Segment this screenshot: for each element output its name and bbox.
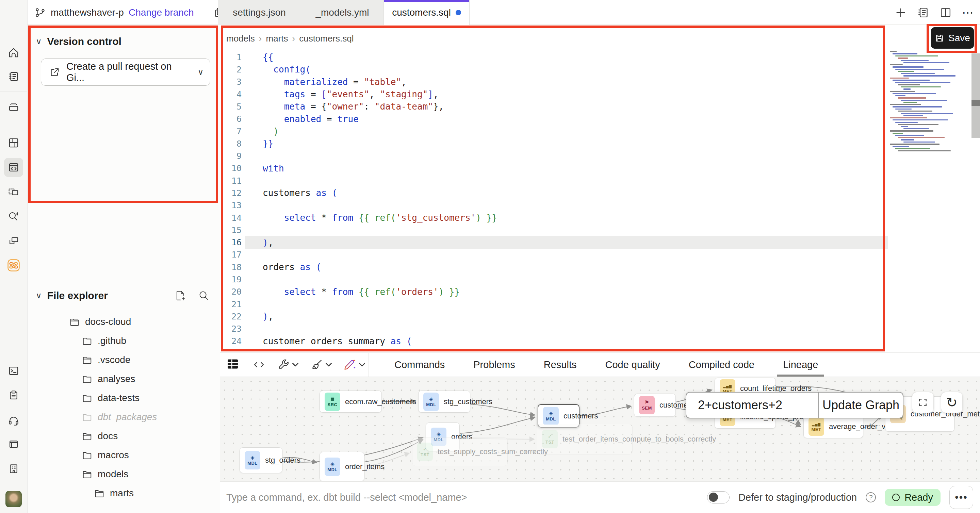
- lineage-node[interactable]: TST test_supply_costs_sum_correctly: [412, 437, 508, 466]
- search-icon[interactable]: [198, 290, 210, 302]
- code-line[interactable]: 13: [220, 199, 888, 211]
- code-line[interactable]: 24customer_orders_summary as (: [220, 335, 888, 347]
- code-line[interactable]: 3 materialized = "table",: [220, 76, 888, 88]
- table-icon[interactable]: [226, 357, 239, 372]
- branch-name[interactable]: matthewshaver-patc: [51, 7, 124, 18]
- save-button[interactable]: Save: [931, 27, 974, 49]
- dashboard-icon[interactable]: [4, 133, 23, 152]
- dbt-atom-icon[interactable]: [4, 256, 23, 275]
- editor-scrollbar-thumb[interactable]: [972, 100, 980, 106]
- file-tree-item[interactable]: docs-cloud: [27, 312, 220, 331]
- home-icon[interactable]: [4, 43, 23, 62]
- code-line[interactable]: 18orders as (: [220, 261, 888, 273]
- create-pr-button[interactable]: Create a pull request on Gi... ∨: [41, 59, 210, 86]
- code-line[interactable]: 1{{: [220, 51, 888, 63]
- code-editor-icon[interactable]: [4, 158, 23, 177]
- code-line[interactable]: 8}}: [220, 137, 888, 150]
- file-tree-item[interactable]: dbt_packages: [27, 408, 220, 427]
- refresh-button[interactable]: ↻: [941, 392, 963, 413]
- panel-tab[interactable]: Lineage: [769, 353, 832, 376]
- editor-scrollbar[interactable]: [972, 53, 980, 138]
- code-line[interactable]: 2 config(: [220, 63, 888, 76]
- code-icon[interactable]: [253, 359, 265, 371]
- lineage-selector-input[interactable]: 2+customers+2: [686, 398, 818, 412]
- lineage-node[interactable]: MDL stg_customers: [418, 391, 470, 413]
- headset-icon[interactable]: [4, 411, 23, 430]
- new-file-icon[interactable]: [174, 290, 186, 302]
- code-line[interactable]: 5 meta = {"owner": "data-team"},: [220, 100, 888, 113]
- file-tree-item[interactable]: marts: [27, 484, 220, 503]
- file-tree-item[interactable]: .vscode: [27, 350, 220, 369]
- query-search-icon[interactable]: [4, 207, 23, 226]
- canvas-icon[interactable]: [4, 182, 23, 202]
- magic-pen-icon[interactable]: [344, 358, 356, 372]
- plus-icon[interactable]: [894, 6, 907, 19]
- defer-toggle[interactable]: [707, 491, 730, 503]
- building-icon[interactable]: [4, 459, 23, 478]
- code-line[interactable]: 15: [220, 224, 888, 236]
- lineage-node[interactable]: TST test_order_items_compute_to_bools_co…: [537, 424, 633, 454]
- lineage-node[interactable]: MET average_order_value: [803, 415, 863, 438]
- windows-icon[interactable]: [4, 231, 23, 250]
- version-control-header[interactable]: ∨ Version control: [36, 36, 121, 47]
- file-explorer-header[interactable]: ∨ File explorer: [36, 290, 108, 302]
- lineage-node[interactable]: MDL stg_orders: [240, 447, 282, 473]
- file-tree-item[interactable]: .github: [27, 331, 220, 350]
- panel-tab[interactable]: Results: [530, 353, 591, 376]
- panel-tab[interactable]: Compiled code: [675, 353, 769, 376]
- file-tree-item[interactable]: models: [27, 465, 220, 484]
- more-options-button[interactable]: •••: [950, 486, 973, 509]
- pr-dropdown-caret[interactable]: ∨: [191, 59, 210, 86]
- code-line[interactable]: 19: [220, 273, 888, 286]
- stack-icon[interactable]: [4, 98, 23, 117]
- code-line[interactable]: 17: [220, 249, 888, 261]
- file-tree-item[interactable]: macros: [27, 446, 220, 465]
- chevron-down-icon[interactable]: [292, 363, 298, 367]
- lineage-node[interactable]: SEM customers: [634, 394, 676, 417]
- code-line[interactable]: 20 select * from {{ ref('orders') }}: [220, 286, 888, 298]
- code-line[interactable]: 11: [220, 175, 888, 187]
- code-line[interactable]: 21: [220, 298, 888, 310]
- update-graph-button[interactable]: Update Graph: [818, 392, 903, 418]
- lineage-node[interactable]: MDL order_items: [320, 452, 364, 481]
- breadcrumb-item[interactable]: customers.sql: [299, 33, 353, 44]
- file-tree-item[interactable]: data-tests: [27, 389, 220, 408]
- breadcrumb-item[interactable]: marts: [266, 33, 288, 44]
- split-view-icon[interactable]: [940, 6, 952, 19]
- notebook-icon[interactable]: [4, 67, 23, 86]
- breadcrumb-item[interactable]: models: [226, 33, 255, 44]
- change-branch-link[interactable]: Change branch: [129, 7, 194, 18]
- code-line[interactable]: 6 enabled = true: [220, 113, 888, 125]
- clipboard-icon[interactable]: [4, 386, 23, 405]
- file-tree-item[interactable]: docs: [27, 427, 220, 446]
- notebook-icon[interactable]: [917, 6, 929, 19]
- terminal-icon[interactable]: [4, 361, 23, 380]
- code-line[interactable]: 16),: [220, 236, 888, 248]
- book-icon[interactable]: [4, 435, 23, 454]
- code-line[interactable]: 23: [220, 323, 888, 335]
- chevron-down-icon[interactable]: [326, 363, 332, 367]
- help-icon[interactable]: ?: [865, 492, 876, 502]
- code-line[interactable]: 22),: [220, 310, 888, 322]
- editor-tab[interactable]: customers.sql: [384, 0, 469, 25]
- overflow-menu-icon[interactable]: ⋯: [962, 6, 975, 19]
- fit-view-button[interactable]: [912, 392, 934, 413]
- code-line[interactable]: 7 ): [220, 125, 888, 137]
- user-avatar[interactable]: [5, 491, 22, 507]
- lineage-canvas[interactable]: SRC ecom.raw_customers MDL stg_customers…: [220, 377, 980, 481]
- panel-tab[interactable]: Commands: [380, 353, 459, 376]
- code-line[interactable]: 9: [220, 150, 888, 162]
- broom-icon[interactable]: [311, 359, 323, 371]
- code-line[interactable]: 14 select * from {{ ref('stg_customers')…: [220, 211, 888, 224]
- chevron-down-icon[interactable]: [359, 363, 365, 367]
- panel-tab[interactable]: Code quality: [591, 353, 674, 376]
- wrench-icon[interactable]: [277, 359, 290, 371]
- minimap[interactable]: [890, 51, 970, 153]
- code-line[interactable]: 4 tags = ["events", "staging"],: [220, 88, 888, 100]
- lineage-node[interactable]: SRC ecom.raw_customers: [320, 391, 382, 413]
- command-input[interactable]: Type a command, ex. dbt build --select <…: [226, 482, 467, 513]
- panel-tab[interactable]: Problems: [459, 353, 530, 376]
- file-tree-item[interactable]: analyses: [27, 369, 220, 389]
- editor-tab[interactable]: _models.yml: [301, 0, 384, 25]
- code-line[interactable]: 12customers as (: [220, 187, 888, 199]
